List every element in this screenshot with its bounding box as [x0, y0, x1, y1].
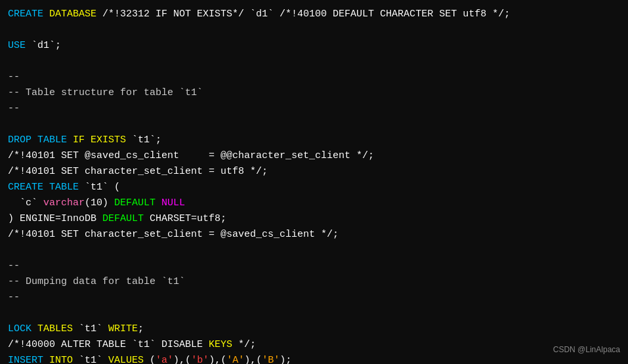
- code-token: --: [8, 292, 20, 303]
- code-line: --: [8, 258, 620, 274]
- code-line: [8, 243, 620, 258]
- code-token: --: [8, 71, 20, 83]
- code-token: varchar: [43, 197, 85, 209]
- code-token: `t1`: [73, 323, 108, 334]
- code-token: LOCK: [8, 323, 31, 334]
- code-token: ),(: [173, 355, 191, 364]
- code-line: [8, 306, 620, 321]
- code-line: [8, 22, 620, 38]
- code-token: `t1` (: [79, 182, 120, 193]
- code-token: );: [280, 355, 291, 364]
- code-token: [31, 323, 37, 334]
- code-token: (10): [85, 197, 114, 209]
- code-token: ),(: [209, 355, 226, 364]
- code-token: INSERT: [8, 355, 43, 364]
- code-token: USE: [8, 40, 26, 51]
- code-token: /*!40101 SET character_set_client = @sav…: [8, 229, 339, 240]
- code-token: /*!40101 SET @saved_cs_client = @@charac…: [8, 150, 374, 161]
- code-token: `d1`;: [26, 40, 61, 51]
- code-token: (: [144, 355, 156, 364]
- code-line: `c` varchar(10) DEFAULT NULL: [8, 195, 620, 211]
- code-token: DEFAULT: [102, 213, 144, 224]
- code-token: VALUES: [108, 355, 144, 364]
- code-line: /*!40101 SET @saved_cs_client = @@charac…: [8, 148, 620, 164]
- code-token: INTO: [49, 355, 73, 364]
- code-line: INSERT INTO `t1` VALUES ('a'),('b'),('A'…: [8, 353, 620, 364]
- code-line: DROP TABLE IF EXISTS `t1`;: [8, 132, 620, 148]
- code-line: -- Table structure for table `t1`: [8, 85, 620, 101]
- code-line: ) ENGINE=InnoDB DEFAULT CHARSET=utf8;: [8, 211, 620, 227]
- code-token: DROP: [8, 134, 31, 146]
- code-token: [43, 182, 49, 193]
- code-token: ;: [138, 323, 144, 334]
- code-token: CHARSET=utf8;: [144, 213, 226, 224]
- code-token: CREATE: [8, 9, 43, 20]
- code-token: CREATE: [8, 182, 43, 193]
- code-token: /*!40101 SET character_set_client = utf8…: [8, 166, 268, 177]
- code-token: TABLE: [49, 182, 79, 193]
- code-token: */;: [232, 339, 256, 350]
- code-line: --: [8, 70, 620, 85]
- code-token: TABLE: [37, 134, 67, 146]
- code-token: 'B': [262, 355, 280, 364]
- code-token: TABLES: [37, 323, 73, 334]
- code-token: --: [8, 103, 20, 114]
- code-line: [8, 117, 620, 132]
- code-line: --: [8, 101, 620, 117]
- code-token: /*!40000 ALTER TABLE `t1` DISABLE: [8, 339, 209, 350]
- code-token: `t1`;: [126, 134, 161, 146]
- code-line: CREATE TABLE `t1` (: [8, 180, 620, 195]
- code-token: `t1`: [73, 355, 108, 364]
- code-line: /*!40101 SET character_set_client = @sav…: [8, 227, 620, 243]
- code-token: [31, 134, 37, 146]
- code-token: ),(: [244, 355, 262, 364]
- code-token: WRITE: [108, 323, 138, 334]
- code-token: [43, 355, 49, 364]
- code-token: [43, 9, 49, 20]
- code-line: /*!40000 ALTER TABLE `t1` DISABLE KEYS *…: [8, 337, 620, 353]
- code-token: --: [8, 260, 20, 272]
- code-token: KEYS: [209, 339, 232, 350]
- code-line: CREATE DATABASE /*!32312 IF NOT EXISTS*/…: [8, 7, 620, 22]
- code-token: DEFAULT: [114, 197, 156, 209]
- code-token: /*!32312 IF NOT EXISTS*/ `d1` /*!40100 D…: [96, 9, 510, 20]
- code-token: `c`: [8, 197, 43, 209]
- code-token: -- Table structure for table `t1`: [8, 87, 203, 98]
- code-editor: CREATE DATABASE /*!32312 IF NOT EXISTS*/…: [8, 7, 620, 364]
- code-line: /*!40101 SET character_set_client = utf8…: [8, 164, 620, 180]
- code-line: [8, 54, 620, 70]
- code-token: 'a': [156, 355, 173, 364]
- code-line: LOCK TABLES `t1` WRITE;: [8, 321, 620, 337]
- code-line: USE `d1`;: [8, 38, 620, 54]
- code-token: IF EXISTS: [73, 134, 126, 146]
- watermark: CSDN @LinAlpaca: [553, 344, 620, 356]
- code-token: [67, 134, 73, 146]
- code-token: NULL: [161, 197, 185, 209]
- code-token: ) ENGINE=InnoDB: [8, 213, 102, 224]
- code-token: -- Dumping data for table `t1`: [8, 276, 185, 287]
- code-line: -- Dumping data for table `t1`: [8, 274, 620, 290]
- code-line: --: [8, 290, 620, 306]
- code-token: 'b': [191, 355, 209, 364]
- code-token: 'A': [226, 355, 244, 364]
- code-token: [156, 197, 161, 209]
- code-token: DATABASE: [49, 9, 96, 20]
